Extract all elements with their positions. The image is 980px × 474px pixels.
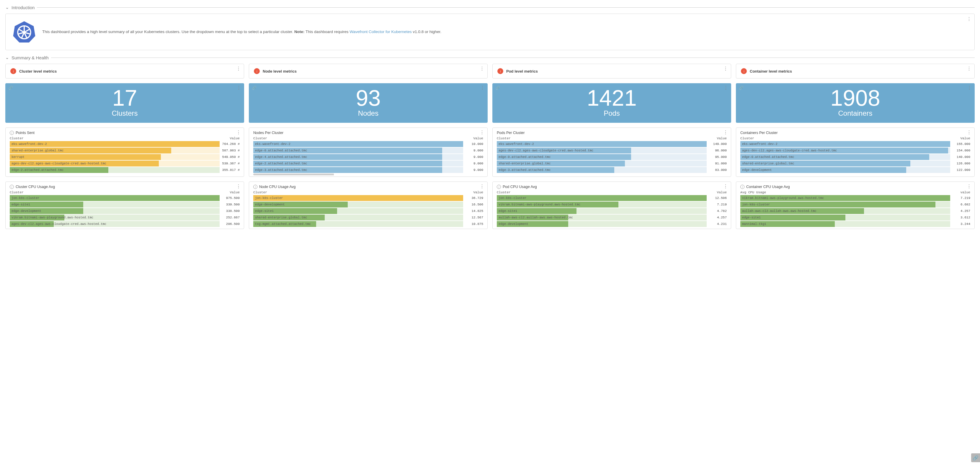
list-item[interactable]: aullah-aws-cl2.aullah-aws.aws-hosted.tmc… [740, 208, 970, 214]
big-tile-nodes[interactable]: 🔗 ⋮ 93 Nodes [249, 83, 488, 123]
list-item[interactable]: vikram.bitnami-aws-playground.aws-hosted… [497, 202, 727, 207]
link-icon[interactable]: 🔗 [8, 86, 13, 90]
list-item[interactable]: edge-3.attached.attached.tmc83.000 [497, 167, 727, 173]
list-item[interactable]: txg-mgmt.attached.attached.tmc10.875 [253, 221, 483, 227]
list-item[interactable]: eks-wavefront-dev-2155.000 [740, 141, 970, 147]
list-item[interactable]: jon-k8s-cluster6.682 [740, 202, 970, 207]
info-icon[interactable]: i [740, 185, 745, 189]
link-icon[interactable]: 🔗 [495, 86, 500, 90]
kebab-icon[interactable]: ⋮ [480, 130, 484, 135]
list-item[interactable]: edge-0.attached.attached.tmc9.000 [253, 148, 483, 153]
kebab-icon[interactable]: ⋮ [967, 130, 971, 135]
list-item[interactable]: shared-enterprise.global.tmc12.567 [253, 215, 483, 221]
kebab-icon[interactable]: ⋮ [236, 85, 241, 91]
list-item[interactable]: edge-development338.500 [10, 208, 240, 214]
kebab-icon[interactable]: ⋮ [723, 66, 728, 72]
info-icon[interactable]: i [10, 185, 14, 189]
kebab-icon[interactable]: ⋮ [480, 184, 484, 189]
kebab-icon[interactable]: ⋮ [967, 184, 971, 189]
list-item[interactable]: edge-development4.231 [497, 221, 727, 227]
big-tile-label: Clusters [5, 109, 244, 118]
bar-track [740, 202, 950, 207]
list-item[interactable]: ages-dev-cl2.ages-aws-cloudgate-cred.aws… [740, 148, 970, 153]
list-item[interactable]: jon-k8s-cluster12.506 [497, 195, 727, 201]
list-item[interactable]: edge-2.attached.attached.tmc355.817 # [10, 167, 240, 173]
info-icon[interactable]: i [10, 131, 14, 135]
kebab-icon[interactable]: ⋮ [723, 130, 728, 135]
section-header-introduction[interactable]: ⌄ Introduction [5, 5, 975, 10]
list-item[interactable]: edge-0.attached.attached.tmc95.000 [497, 154, 727, 160]
list-item[interactable]: edge-2.attached.attached.tmc9.000 [253, 161, 483, 167]
list-item[interactable]: aullah-aws-cl2.aullah-aws.aws-hosted.tmc… [497, 215, 727, 221]
big-tile-clusters[interactable]: 🔗 ⋮ 17 Clusters [5, 83, 244, 123]
list-item[interactable]: mannimal-tkg13.244 [740, 221, 970, 227]
list-item[interactable]: eks-wavefront-dev-2149.000 [497, 141, 727, 147]
bar-value: 10.000 [464, 142, 483, 146]
bar-value: 122.000 [951, 168, 970, 172]
list-item[interactable]: edge-3.attached.attached.tmc9.000 [253, 167, 483, 173]
bar-label: edge-3.attached.attached.tmc [497, 168, 550, 172]
list-title: Node CPU Usage Avg [259, 185, 296, 189]
kebab-icon[interactable]: ⋮ [723, 184, 728, 189]
bar-value: 12.506 [707, 196, 727, 200]
kebab-icon[interactable]: ⋮ [967, 66, 971, 72]
list-item[interactable]: edge-site1339.500 [10, 202, 240, 207]
bar-label: vikram.bitnami-aws-playground.aws-hosted… [497, 203, 580, 206]
kebab-icon[interactable]: ⋮ [724, 85, 728, 91]
list-item[interactable]: shared-enterprise.global.tmc587.983 # [10, 148, 240, 153]
link-icon[interactable]: 🔗 [739, 86, 744, 90]
down-arrow-icon: ↓ [254, 68, 260, 74]
kebab-icon[interactable]: ⋮ [480, 66, 484, 72]
list-item[interactable]: eks-wavefront-dev-2764.268 # [10, 141, 240, 147]
list-item[interactable]: vikram.bitnami-aws-playground.aws-hosted… [740, 195, 970, 201]
list-item[interactable]: edge-site14.782 [497, 208, 727, 214]
bar-label: jon-k8s-cluster [497, 196, 527, 200]
bar-label: vikram.bitnami-aws-playground.aws-hosted… [10, 216, 93, 219]
list-item[interactable]: kerrupt549.050 # [10, 154, 240, 160]
kebab-icon[interactable]: ⋮ [236, 130, 241, 135]
metric-title-pod: ⋮ ↓ Pod level metrics [492, 64, 731, 78]
info-icon[interactable]: i [253, 185, 258, 189]
list-item[interactable]: edge-development122.000 [740, 167, 970, 173]
list-item[interactable]: vikram.bitnami-aws-playground.aws-hosted… [10, 215, 240, 221]
info-icon[interactable]: i [497, 185, 501, 189]
list-item[interactable]: edge-4.attached.attached.tmc9.000 [253, 154, 483, 160]
bar-value: 549.050 # [220, 155, 240, 159]
kebab-icon[interactable]: ⋮ [967, 16, 971, 22]
big-tile-containers[interactable]: 🔗 ⋮ 1908 Containers [736, 83, 975, 123]
list-item[interactable]: edge-site114.825 [253, 208, 483, 214]
bar-label: kerrupt [10, 155, 24, 159]
list-item[interactable]: eks-wavefront-dev-210.000 [253, 141, 483, 147]
kebab-icon[interactable]: ⋮ [480, 85, 485, 91]
kebab-icon[interactable]: ⋮ [236, 184, 241, 189]
list-item[interactable]: shared-enterprise.global.tmc126.000 [740, 161, 970, 167]
list-item[interactable]: edge-development16.506 [253, 202, 483, 207]
big-tile-pods[interactable]: 🔗 ⋮ 1421 Pods [492, 83, 731, 123]
kebab-icon[interactable]: ⋮ [967, 85, 972, 91]
list-item[interactable]: edge-0.attached.attached.tmc140.000 [740, 154, 970, 160]
list-item[interactable]: jon-k8s-cluster975.500 [10, 195, 240, 201]
section-title: Summary & Health [11, 55, 49, 60]
list-item[interactable]: shared-enterprise.global.tmc91.000 [497, 161, 727, 167]
bar-track [10, 202, 220, 207]
list-item[interactable]: edge-site13.612 [740, 215, 970, 221]
bar-value: 9.000 [464, 168, 483, 172]
kebab-icon[interactable]: ⋮ [236, 66, 241, 72]
list-title: Nodes Per Cluster [253, 131, 283, 135]
list-title-row: Containers Per Cluster [740, 131, 970, 135]
col-right: Value [473, 191, 483, 194]
link-icon[interactable]: 🔗 [252, 86, 256, 90]
list-item[interactable]: ages-dev-cl2.ages-aws-cloudgate-cred.aws… [497, 148, 727, 153]
list-title-row: iPod CPU Usage Avg [497, 185, 727, 189]
intro-link[interactable]: Wavefront Collector for Kubernetes [350, 30, 412, 34]
list-item[interactable]: ages-dev-cl2.ages-aws-cloudgate-cred.aws… [10, 221, 240, 227]
bar-label: shared-enterprise.global.tmc [740, 162, 794, 165]
scrollbar[interactable] [253, 173, 483, 175]
big-tile-row: 🔗 ⋮ 17 Clusters 🔗 ⋮ 93 Nodes 🔗 ⋮ 1421 Po… [5, 83, 975, 123]
list-item[interactable]: jon-k8s-cluster36.729 [253, 195, 483, 201]
bar-value: 7.219 [951, 196, 970, 200]
section-header-summary[interactable]: ⌄ Summary & Health [5, 55, 975, 60]
bar-label: eks-wavefront-dev-2 [740, 142, 778, 146]
list-item[interactable]: ages-dev-cl2.ages-aws-cloudgate-cred.aws… [10, 161, 240, 167]
list-title-row: iPoints Sent [10, 131, 240, 135]
